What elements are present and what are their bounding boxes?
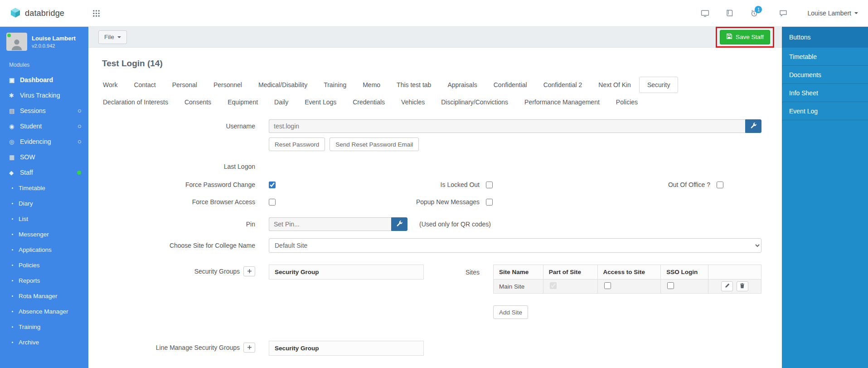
pin-input[interactable] [269, 217, 391, 231]
force-browser-access-checkbox[interactable] [269, 199, 276, 206]
tab-daily[interactable]: Daily [266, 94, 296, 110]
add-site-button[interactable]: Add Site [493, 305, 528, 319]
modules-section-label: Modules [0, 56, 88, 72]
sidebar-item-list[interactable]: List [0, 211, 88, 226]
plus-icon [247, 268, 252, 275]
bullet-icon [12, 234, 13, 235]
monitor-icon[interactable] [701, 10, 709, 17]
user-menu[interactable]: Louise Lambert [807, 10, 858, 17]
username-input[interactable] [269, 119, 745, 133]
sidebar-item-reports[interactable]: Reports [0, 273, 88, 288]
sidebar-item-absence-manager[interactable]: Absence Manager [0, 304, 88, 319]
rightbar-item-event-log[interactable]: Event Log [782, 102, 868, 120]
sidebar-item-timetable[interactable]: Timetable [0, 180, 88, 196]
save-staff-button[interactable]: Save Staff [720, 30, 770, 44]
student-icon: ◉ [9, 123, 20, 130]
bullet-icon [12, 187, 13, 189]
tab-vehicles[interactable]: Vehicles [393, 94, 433, 110]
sso-login-checkbox[interactable] [667, 282, 674, 289]
user-avatar[interactable] [6, 33, 27, 51]
out-of-office-checkbox[interactable] [717, 182, 723, 188]
edit-site-button[interactable] [721, 281, 733, 291]
username-wrench-button[interactable] [745, 119, 761, 133]
tab-personnel[interactable]: Personnel [205, 77, 250, 93]
book-icon[interactable] [726, 10, 734, 17]
bullet-icon [12, 265, 13, 266]
staff-status-dot [77, 171, 81, 175]
sessions-icon: ▤ [9, 108, 20, 114]
chat-icon[interactable] [779, 10, 787, 17]
tab-this-test-tab[interactable]: This test tab [388, 77, 439, 93]
tab-event-logs[interactable]: Event Logs [296, 94, 344, 110]
add-line-manage-group-button[interactable] [243, 343, 255, 353]
tab-equipment[interactable]: Equipment [219, 94, 266, 110]
user-menu-label: Louise Lambert [807, 10, 851, 17]
actions-header [708, 265, 761, 280]
sidebar-item-policies[interactable]: Policies [0, 257, 88, 273]
tab-personal[interactable]: Personal [164, 77, 205, 93]
wrench-icon [750, 122, 757, 130]
force-password-change-checkbox[interactable] [269, 182, 276, 188]
sidebar-user-panel: Louise Lambert v2.0.0.942 [0, 27, 88, 56]
collapse-indicator-icon [78, 109, 81, 113]
sidebar-item-diary[interactable]: Diary [0, 196, 88, 211]
tab-credentials[interactable]: Credentials [344, 94, 393, 110]
tab-memo[interactable]: Memo [354, 77, 388, 93]
pin-note: (Used only for QR codes) [419, 221, 491, 228]
tab-consents[interactable]: Consents [176, 94, 219, 110]
tab-declaration-of-interests[interactable]: Declaration of Interests [95, 94, 176, 110]
sidebar-item-messenger[interactable]: Messenger [0, 226, 88, 242]
delete-site-button[interactable] [737, 281, 748, 291]
rightbar-item-timetable[interactable]: Timetable [782, 48, 868, 66]
bullet-icon [12, 249, 13, 250]
brand[interactable]: databridge [10, 7, 64, 20]
tab-training[interactable]: Training [315, 77, 354, 93]
is-locked-out-label: Is Locked Out [276, 181, 480, 188]
sidebar-item-sow[interactable]: ▦ SOW [0, 149, 88, 165]
tab-confidential-2[interactable]: Confidential 2 [535, 77, 591, 93]
topbar-right: 1 Louise Lambert [701, 9, 858, 17]
rightbar-item-info-sheet[interactable]: Info Sheet [782, 84, 868, 102]
last-logon-label: Last Logon [88, 163, 255, 170]
site-name-cell: Main Site [494, 280, 543, 294]
tab-disciplinary-convictions[interactable]: Disciplinary/Convictions [433, 94, 516, 110]
tab-security[interactable]: Security [639, 77, 679, 93]
pin-wrench-button[interactable] [391, 217, 407, 231]
sidebar-item-virus-tracking[interactable]: ✱ Virus Tracking [0, 88, 88, 103]
toolbar: File Save Staff [88, 27, 782, 48]
access-to-site-checkbox[interactable] [604, 282, 611, 289]
sidebar-item-applications[interactable]: Applications [0, 242, 88, 257]
rightbar-item-documents[interactable]: Documents [782, 66, 868, 84]
add-security-group-button[interactable] [243, 266, 255, 276]
main-area: File Save Staff Test Lo [88, 27, 782, 368]
tab-policies[interactable]: Policies [608, 94, 646, 110]
sidebar-item-dashboard[interactable]: ▣ Dashboard [0, 72, 88, 88]
tab-work[interactable]: Work [95, 77, 126, 93]
sidebar-item-archive[interactable]: Archive [0, 334, 88, 350]
pin-label: Pin [88, 221, 255, 228]
college-site-select[interactable]: Default Site [269, 238, 761, 253]
part-of-site-checkbox[interactable] [550, 282, 557, 289]
tab-confidential[interactable]: Confidential [485, 77, 535, 93]
sidebar-item-sessions[interactable]: ▤ Sessions [0, 103, 88, 118]
popup-new-messages-checkbox[interactable] [486, 199, 493, 206]
out-of-office-label: Out Of Office ? [493, 181, 710, 188]
sidebar-item-student[interactable]: ◉ Student [0, 118, 88, 134]
tab-next-of-kin[interactable]: Next Of Kin [590, 77, 639, 93]
reset-password-button[interactable]: Reset Password [269, 137, 325, 151]
bullet-icon [12, 218, 13, 220]
alarm-clock-icon[interactable]: 1 [750, 9, 758, 17]
sidebar-item-training[interactable]: Training [0, 319, 88, 334]
edit-icon [724, 283, 730, 290]
tab-appraisals[interactable]: Appraisals [439, 77, 485, 93]
sidebar-item-evidencing[interactable]: ◎ Evidencing [0, 134, 88, 149]
tab-medical-disability[interactable]: Medical/Disability [250, 77, 315, 93]
file-menu-button[interactable]: File [98, 30, 127, 44]
tab-performance-management[interactable]: Performance Management [516, 94, 608, 110]
is-locked-out-checkbox[interactable] [486, 182, 493, 188]
tab-contact[interactable]: Contact [126, 77, 164, 93]
sidebar-item-staff[interactable]: ◆ Staff [0, 165, 88, 180]
send-reset-password-email-button[interactable]: Send Reset Password Email [330, 137, 419, 151]
sidebar-item-rota-manager[interactable]: Rota Manager [0, 288, 88, 304]
apps-grid-icon[interactable] [92, 10, 100, 17]
